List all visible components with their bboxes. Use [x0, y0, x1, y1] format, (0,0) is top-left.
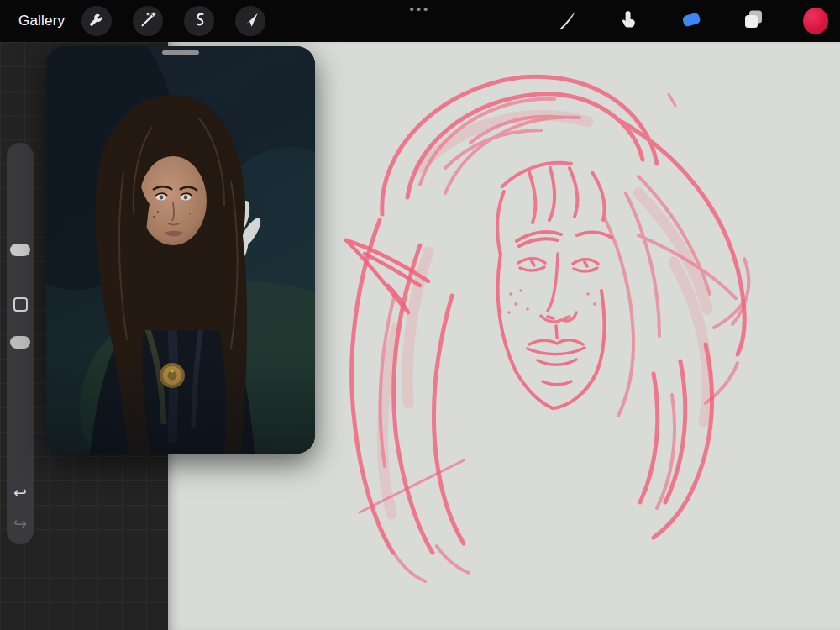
gallery-button[interactable]: Gallery: [18, 13, 65, 29]
brush-size-slider[interactable]: [10, 244, 30, 256]
transform-button[interactable]: [235, 6, 265, 36]
eraser-icon: [679, 8, 704, 34]
reference-portrait-image: [46, 46, 315, 454]
multitask-indicator-dots: •••: [410, 3, 431, 15]
paint-tool-button[interactable]: [554, 8, 580, 34]
layers-button[interactable]: [741, 8, 766, 34]
selection-button[interactable]: [184, 6, 214, 36]
right-tool-group: [554, 0, 828, 42]
selection-s-icon: [190, 10, 208, 32]
window-drag-handle[interactable]: [162, 50, 199, 55]
transform-arrow-icon: [241, 10, 260, 32]
smudge-tool-button[interactable]: [617, 8, 642, 34]
left-tool-group: [81, 6, 265, 36]
side-toolbar: ↩ ↪: [7, 143, 34, 544]
redo-button[interactable]: ↪: [7, 516, 34, 532]
actions-button[interactable]: [81, 6, 112, 36]
layers-icon: [742, 8, 765, 34]
opacity-slider[interactable]: [10, 336, 30, 349]
paintbrush-icon: [555, 8, 579, 34]
color-swatch: [803, 8, 828, 34]
undo-button[interactable]: ↩: [7, 485, 34, 501]
color-button[interactable]: [803, 8, 828, 34]
modify-button[interactable]: [13, 297, 28, 312]
wrench-icon: [87, 10, 106, 32]
smudge-finger-icon: [618, 8, 640, 34]
eraser-tool-button[interactable]: [679, 8, 704, 34]
adjustments-button[interactable]: [133, 6, 163, 36]
magic-wand-icon: [139, 10, 157, 32]
top-toolbar: Gallery: [0, 0, 840, 42]
reference-window[interactable]: [46, 46, 315, 454]
